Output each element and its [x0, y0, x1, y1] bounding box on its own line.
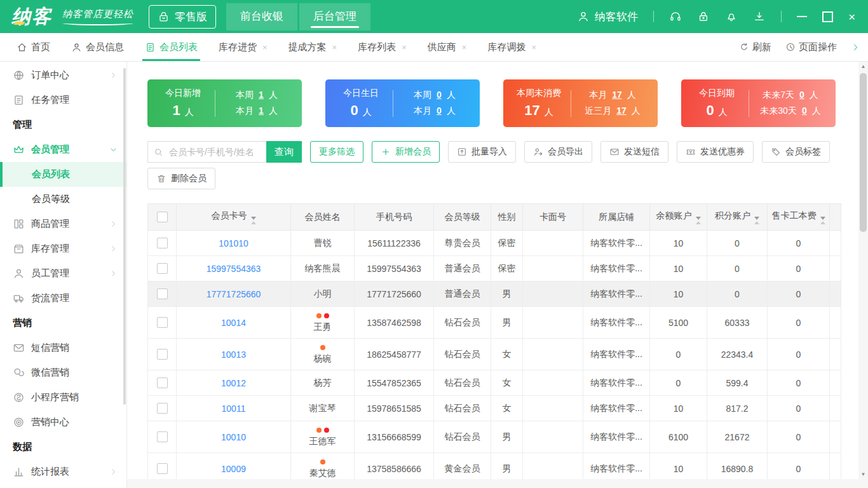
- toolbar-button[interactable]: 会员导出: [524, 141, 592, 163]
- page-tab[interactable]: 供应商 ×: [428, 33, 467, 61]
- page-tab[interactable]: 会员信息: [71, 33, 124, 61]
- member-card-link[interactable]: 10011: [222, 403, 246, 414]
- member-card-link[interactable]: 101010: [219, 238, 248, 248]
- stat-link[interactable]: 0: [437, 90, 442, 100]
- page-tab[interactable]: 库存列表 ×: [358, 33, 407, 61]
- tab-close-icon[interactable]: ×: [462, 43, 467, 52]
- minimize-button[interactable]: [797, 16, 807, 17]
- page-tab[interactable]: 首页: [17, 33, 50, 61]
- table-row[interactable]: 17771725660 小明 17771725660 普通会员 男 纳客软件零.…: [148, 281, 841, 307]
- account-menu[interactable]: 纳客软件: [577, 10, 638, 24]
- table-row[interactable]: 10014 王勇 13587462598 钻石会员 男 纳客软件零...: [148, 307, 841, 339]
- headset-icon[interactable]: [669, 10, 682, 23]
- scrollbar-thumb[interactable]: [860, 73, 867, 232]
- row-checkbox[interactable]: [157, 288, 168, 299]
- table-row[interactable]: 10013 杨碗 18625458777 钻石会员 女 纳客软件零...: [148, 339, 841, 370]
- row-checkbox[interactable]: [157, 317, 168, 328]
- column-header[interactable]: 余额账户: [650, 204, 707, 231]
- toolbar-button[interactable]: 发送优惠券: [677, 141, 754, 163]
- row-checkbox[interactable]: [157, 403, 168, 414]
- page-tab[interactable]: 库存调拨 ×: [487, 33, 536, 61]
- scroll-up-arrow[interactable]: ▲: [858, 64, 868, 69]
- sidebar-item[interactable]: 微信营销: [0, 360, 126, 385]
- sort-icon[interactable]: [696, 217, 701, 224]
- toolbar-button[interactable]: 批量导入: [448, 141, 516, 163]
- member-card-link[interactable]: 10013: [221, 349, 246, 360]
- search-input[interactable]: [168, 146, 261, 158]
- stats-card[interactable]: 今日到期 0人 未来7天 0 人 未来30天: [681, 79, 836, 127]
- horizontal-scrollbar[interactable]: [127, 479, 868, 488]
- page-tab[interactable]: 会员列表: [145, 33, 198, 61]
- page-actions-button[interactable]: 页面操作: [785, 41, 837, 53]
- toolbar-button[interactable]: 发送短信: [600, 141, 668, 163]
- row-checkbox[interactable]: [157, 349, 168, 360]
- row-checkbox[interactable]: [157, 463, 168, 474]
- page-tab[interactable]: 提成方案 ×: [288, 33, 337, 61]
- download-icon[interactable]: [753, 10, 766, 23]
- table-row[interactable]: 15997554363 纳客熊晨 15997554363 普通会员 保密 纳客软…: [148, 256, 841, 281]
- member-card-link[interactable]: 10010: [221, 432, 246, 442]
- tabbar-expand-chevron[interactable]: [851, 43, 860, 52]
- top-nav-tab[interactable]: 前台收银: [226, 3, 297, 30]
- sidebar-item[interactable]: 任务管理: [0, 88, 126, 112]
- stats-card[interactable]: 本周未消费 17人 本月 17 人 近三月: [503, 79, 658, 127]
- sidebar-item[interactable]: 营销中心: [0, 410, 126, 435]
- lock-icon[interactable]: [697, 10, 710, 23]
- refresh-button[interactable]: 刷新: [739, 41, 771, 53]
- member-card-link[interactable]: 10012: [221, 378, 246, 388]
- edition-badge-button[interactable]: 零售版: [149, 5, 216, 29]
- stat-link[interactable]: 17: [616, 105, 627, 116]
- sidebar-item[interactable]: 库存管理: [0, 236, 126, 261]
- sidebar-item[interactable]: 订单中心: [0, 63, 126, 88]
- sidebar-item[interactable]: 会员等级: [0, 187, 126, 212]
- sidebar-item[interactable]: 统计报表: [0, 459, 126, 484]
- table-row[interactable]: 10010 王德军 13156668599 钻石会员 男 纳客软件零...: [148, 421, 841, 453]
- member-card-link[interactable]: 17771725660: [207, 289, 261, 299]
- bell-icon[interactable]: [725, 10, 738, 23]
- member-card-link[interactable]: 10014: [221, 318, 246, 328]
- sort-icon[interactable]: [820, 217, 825, 224]
- sidebar-item[interactable]: 小程序营销: [0, 385, 126, 410]
- close-button[interactable]: ×: [848, 11, 855, 23]
- row-checkbox[interactable]: [157, 238, 168, 248]
- row-checkbox[interactable]: [157, 377, 168, 388]
- tab-close-icon[interactable]: ×: [262, 43, 268, 52]
- member-card-link[interactable]: 15997554363: [207, 264, 261, 274]
- column-header[interactable]: 积分账户: [707, 204, 768, 231]
- sidebar-item[interactable]: 商品管理: [0, 212, 126, 236]
- stat-link[interactable]: 0: [802, 105, 807, 116]
- table-row[interactable]: 10011 谢宝琴 15978651585 钻石会员 女 纳客软件零...: [148, 396, 841, 421]
- row-checkbox[interactable]: [157, 263, 168, 274]
- sort-icon[interactable]: [251, 217, 256, 224]
- select-all-checkbox[interactable]: [157, 212, 168, 222]
- tab-close-icon[interactable]: ×: [402, 43, 407, 52]
- stat-link[interactable]: 0: [437, 105, 442, 116]
- sidebar-item[interactable]: 会员列表: [0, 162, 126, 187]
- member-card-link[interactable]: 10009: [221, 464, 246, 474]
- toolbar-button[interactable]: 更多筛选: [310, 141, 363, 163]
- stats-card[interactable]: 今日新增 1人 本周 1 人 本月 1: [147, 79, 302, 127]
- stat-link[interactable]: 1: [259, 105, 264, 116]
- sidebar-item[interactable]: 数据分析: [0, 484, 126, 488]
- top-nav-tab[interactable]: 后台管理: [299, 3, 370, 30]
- row-checkbox[interactable]: [157, 431, 168, 442]
- toolbar-button[interactable]: 会员标签: [762, 141, 830, 163]
- sort-icon[interactable]: [754, 217, 759, 224]
- table-row[interactable]: 10012 杨芳 15547852365 钻石会员 女 纳客软件零...: [148, 370, 841, 396]
- toolbar-button[interactable]: 新增会员: [372, 141, 440, 163]
- sidebar-item[interactable]: 货流管理: [0, 286, 126, 311]
- scroll-down-arrow[interactable]: ▼: [858, 471, 868, 477]
- page-tab[interactable]: 库存进货 ×: [219, 33, 268, 61]
- sidebar-item[interactable]: 短信营销: [0, 336, 126, 360]
- stat-link[interactable]: 0: [799, 90, 804, 100]
- vertical-scrollbar[interactable]: ▲ ▼: [858, 62, 868, 479]
- maximize-button[interactable]: [822, 11, 833, 22]
- toolbar-button[interactable]: 删除会员: [147, 168, 215, 189]
- sidebar-item[interactable]: 员工管理: [0, 261, 126, 286]
- tab-close-icon[interactable]: ×: [332, 43, 337, 52]
- tab-close-icon[interactable]: ×: [531, 43, 536, 52]
- stat-link[interactable]: 17: [612, 90, 622, 100]
- stats-card[interactable]: 今日生日 0人 本周 0 人 本月 0: [325, 79, 480, 127]
- column-header[interactable]: 会员卡号: [177, 204, 291, 231]
- stat-link[interactable]: 1: [259, 90, 264, 100]
